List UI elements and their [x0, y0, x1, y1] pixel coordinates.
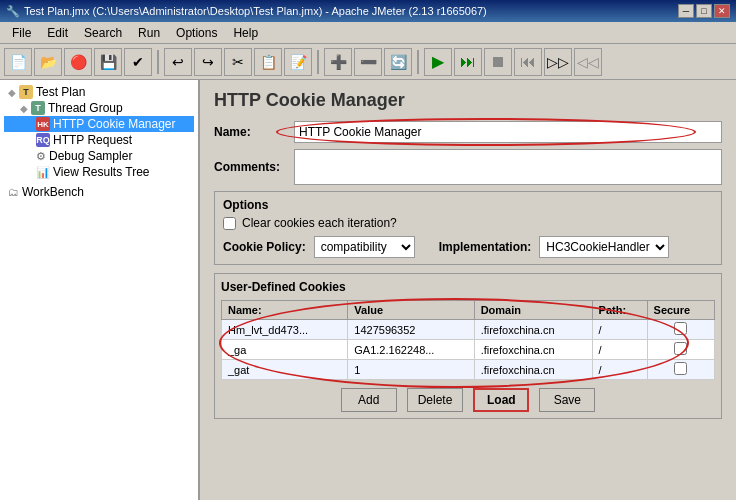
start-button[interactable]: ▶ — [424, 48, 452, 76]
name-input[interactable] — [294, 121, 722, 143]
cookie-manager-icon: HK — [36, 117, 50, 131]
copy-button[interactable]: 📋 — [254, 48, 282, 76]
options-section: Options Clear cookies each iteration? Co… — [214, 191, 722, 265]
window-controls: ─ □ ✕ — [678, 4, 730, 18]
cookie-secure-0 — [647, 320, 714, 340]
tree-label-test-plan: Test Plan — [36, 85, 85, 99]
separator-3 — [417, 50, 419, 74]
tree-item-workbench[interactable]: 🗂 WorkBench — [4, 184, 194, 200]
implementation-label: Implementation: — [439, 240, 532, 254]
open-button[interactable]: 📂 — [34, 48, 62, 76]
cookie-value-2: 1 — [348, 360, 474, 380]
tree-label-workbench: WorkBench — [22, 185, 84, 199]
tree-item-debug-sampler[interactable]: ⚙ Debug Sampler — [4, 148, 194, 164]
comments-label: Comments: — [214, 160, 294, 174]
test-plan-icon: T — [19, 85, 33, 99]
check-button[interactable]: ✔ — [124, 48, 152, 76]
clear-cookies-label: Clear cookies each iteration? — [242, 216, 397, 230]
remote-stop-button[interactable]: ◁◁ — [574, 48, 602, 76]
separator-2 — [317, 50, 319, 74]
tree-item-test-plan[interactable]: ◆ T Test Plan — [4, 84, 194, 100]
implementation-select[interactable]: HC3CookieHandler HC4CookieHandler — [539, 236, 669, 258]
policy-select[interactable]: compatibility standard netscape ignoreco… — [314, 236, 415, 258]
view-results-icon: 📊 — [36, 166, 50, 179]
minimize-button[interactable]: ─ — [678, 4, 694, 18]
save-cookies-button[interactable]: Save — [539, 388, 595, 412]
cookie-secure-checkbox-1[interactable] — [674, 342, 687, 355]
undo-button[interactable]: ↩ — [164, 48, 192, 76]
cut-button[interactable]: ✂ — [224, 48, 252, 76]
paste-button[interactable]: 📝 — [284, 48, 312, 76]
cookies-title: User-Defined Cookies — [221, 280, 715, 294]
clear-cookies-checkbox[interactable] — [223, 217, 236, 230]
debug-icon: ⚙ — [36, 150, 46, 163]
options-title: Options — [223, 198, 713, 212]
menu-search[interactable]: Search — [76, 24, 130, 42]
menu-file[interactable]: File — [4, 24, 39, 42]
separator-1 — [157, 50, 159, 74]
cookie-name-2: _gat — [222, 360, 348, 380]
cookie-domain-2: .firefoxchina.cn — [474, 360, 592, 380]
col-header-domain: Domain — [474, 301, 592, 320]
name-field-row: Name: — [214, 121, 722, 143]
tree-label-debug-sampler: Debug Sampler — [49, 149, 132, 163]
close-button[interactable]: ✕ — [714, 4, 730, 18]
tree-item-http-request[interactable]: RQ HTTP Request — [4, 132, 194, 148]
app-icon: 🔧 — [6, 5, 20, 18]
cookie-domain-1: .firefoxchina.cn — [474, 340, 592, 360]
cookie-secure-checkbox-2[interactable] — [674, 362, 687, 375]
stop-button[interactable]: ⏹ — [484, 48, 512, 76]
tree-panel: ◆ T Test Plan ◆ T Thread Group HK HTTP C… — [0, 80, 200, 500]
title-bar: 🔧 Test Plan.jmx (C:\Users\Administrator\… — [0, 0, 736, 22]
load-button[interactable]: Load — [473, 388, 529, 412]
toggle-button[interactable]: 🔄 — [384, 48, 412, 76]
remote-start-button[interactable]: ▷▷ — [544, 48, 572, 76]
menu-bar: File Edit Search Run Options Help — [0, 22, 736, 44]
policy-row: Cookie Policy: compatibility standard ne… — [223, 236, 713, 258]
menu-options[interactable]: Options — [168, 24, 225, 42]
maximize-button[interactable]: □ — [696, 4, 712, 18]
menu-run[interactable]: Run — [130, 24, 168, 42]
table-row[interactable]: _gat 1 .firefoxchina.cn / — [222, 360, 715, 380]
tree-label-thread-group: Thread Group — [48, 101, 123, 115]
tree-item-thread-group[interactable]: ◆ T Thread Group — [4, 100, 194, 116]
cookie-secure-1 — [647, 340, 714, 360]
cookie-secure-checkbox-0[interactable] — [674, 322, 687, 335]
cookie-path-1: / — [592, 340, 647, 360]
cookie-name-1: _ga — [222, 340, 348, 360]
add-button[interactable]: Add — [341, 388, 397, 412]
tree-item-http-cookie-manager[interactable]: HK HTTP Cookie Manager — [4, 116, 194, 132]
panel-title: HTTP Cookie Manager — [214, 90, 722, 111]
name-label: Name: — [214, 125, 294, 139]
save-button[interactable]: 💾 — [94, 48, 122, 76]
tree-label-view-results-tree: View Results Tree — [53, 165, 150, 179]
tree-label-http-cookie-manager: HTTP Cookie Manager — [53, 117, 176, 131]
close-button[interactable]: 🔴 — [64, 48, 92, 76]
menu-edit[interactable]: Edit — [39, 24, 76, 42]
cookie-secure-2 — [647, 360, 714, 380]
cookie-domain-0: .firefoxchina.cn — [474, 320, 592, 340]
cookie-name-0: Hm_lvt_dd473... — [222, 320, 348, 340]
button-row: Add Delete Load Save — [221, 388, 715, 412]
title-text: 🔧 Test Plan.jmx (C:\Users\Administrator\… — [6, 5, 487, 18]
col-header-name: Name: — [222, 301, 348, 320]
start-no-pause-button[interactable]: ⏭ — [454, 48, 482, 76]
policy-label: Cookie Policy: — [223, 240, 306, 254]
menu-help[interactable]: Help — [225, 24, 266, 42]
new-button[interactable]: 📄 — [4, 48, 32, 76]
expand-button[interactable]: ➕ — [324, 48, 352, 76]
table-row[interactable]: Hm_lvt_dd473... 1427596352 .firefoxchina… — [222, 320, 715, 340]
delete-button[interactable]: Delete — [407, 388, 464, 412]
collapse-button[interactable]: ➖ — [354, 48, 382, 76]
comments-input[interactable] — [294, 149, 722, 185]
redo-button[interactable]: ↪ — [194, 48, 222, 76]
tree-item-view-results-tree[interactable]: 📊 View Results Tree — [4, 164, 194, 180]
main-area: ◆ T Test Plan ◆ T Thread Group HK HTTP C… — [0, 80, 736, 500]
cookie-value-1: GA1.2.162248... — [348, 340, 474, 360]
shutdown-button[interactable]: ⏮ — [514, 48, 542, 76]
http-request-icon: RQ — [36, 133, 50, 147]
col-header-path: Path: — [592, 301, 647, 320]
table-row[interactable]: _ga GA1.2.162248... .firefoxchina.cn / — [222, 340, 715, 360]
clear-cookies-row: Clear cookies each iteration? — [223, 216, 713, 230]
cookie-path-0: / — [592, 320, 647, 340]
